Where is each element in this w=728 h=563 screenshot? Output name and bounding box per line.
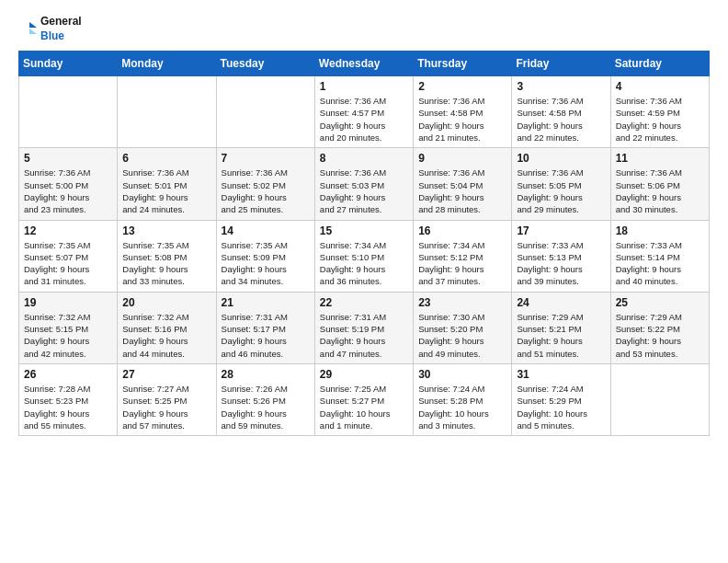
day-info: Sunrise: 7:35 AM Sunset: 5:07 PM Dayligh… (24, 239, 112, 288)
day-number: 10 (517, 152, 605, 165)
day-number: 27 (122, 368, 210, 381)
calendar-cell: 13Sunrise: 7:35 AM Sunset: 5:08 PM Dayli… (118, 220, 216, 292)
day-number: 2 (418, 80, 506, 93)
day-info: Sunrise: 7:36 AM Sunset: 4:57 PM Dayligh… (320, 95, 408, 144)
calendar-cell: 16Sunrise: 7:34 AM Sunset: 5:12 PM Dayli… (414, 220, 512, 292)
day-number: 11 (616, 152, 704, 165)
day-number: 5 (24, 152, 112, 165)
day-info: Sunrise: 7:31 AM Sunset: 5:19 PM Dayligh… (320, 311, 408, 360)
calendar-week-1: 1Sunrise: 7:36 AM Sunset: 4:57 PM Daylig… (19, 76, 710, 148)
day-info: Sunrise: 7:36 AM Sunset: 5:03 PM Dayligh… (320, 167, 408, 215)
day-number: 23 (418, 296, 506, 309)
day-info: Sunrise: 7:36 AM Sunset: 4:59 PM Dayligh… (616, 95, 704, 144)
calendar-cell: 7Sunrise: 7:36 AM Sunset: 5:02 PM Daylig… (216, 148, 314, 220)
day-info: Sunrise: 7:32 AM Sunset: 5:16 PM Dayligh… (122, 311, 210, 360)
day-number: 3 (517, 80, 605, 93)
day-info: Sunrise: 7:36 AM Sunset: 5:05 PM Dayligh… (517, 167, 605, 215)
day-number: 8 (320, 152, 408, 165)
logo-general: General (40, 15, 82, 29)
day-info: Sunrise: 7:34 AM Sunset: 5:10 PM Dayligh… (320, 239, 408, 288)
day-number: 22 (320, 296, 408, 309)
day-info: Sunrise: 7:36 AM Sunset: 5:04 PM Dayligh… (418, 167, 506, 215)
day-info: Sunrise: 7:29 AM Sunset: 5:22 PM Dayligh… (616, 311, 704, 360)
day-number: 17 (517, 224, 605, 237)
calendar-cell: 22Sunrise: 7:31 AM Sunset: 5:19 PM Dayli… (314, 292, 413, 363)
day-info: Sunrise: 7:27 AM Sunset: 5:25 PM Dayligh… (122, 383, 210, 431)
calendar-cell: 26Sunrise: 7:28 AM Sunset: 5:23 PM Dayli… (19, 363, 118, 435)
calendar-cell: 10Sunrise: 7:36 AM Sunset: 5:05 PM Dayli… (512, 148, 610, 220)
day-header-sunday: Sunday (19, 52, 118, 76)
day-number: 15 (320, 224, 408, 237)
calendar-cell: 19Sunrise: 7:32 AM Sunset: 5:15 PM Dayli… (19, 292, 118, 363)
svg-marker-0 (29, 22, 37, 28)
day-info: Sunrise: 7:32 AM Sunset: 5:15 PM Dayligh… (24, 311, 112, 360)
calendar-cell: 17Sunrise: 7:33 AM Sunset: 5:13 PM Dayli… (512, 220, 610, 292)
day-number: 28 (222, 368, 310, 381)
calendar-cell: 8Sunrise: 7:36 AM Sunset: 5:03 PM Daylig… (314, 148, 413, 220)
calendar-cell: 2Sunrise: 7:36 AM Sunset: 4:58 PM Daylig… (414, 76, 512, 148)
day-info: Sunrise: 7:33 AM Sunset: 5:13 PM Dayligh… (517, 239, 605, 288)
calendar-cell: 11Sunrise: 7:36 AM Sunset: 5:06 PM Dayli… (610, 148, 709, 220)
calendar-cell (610, 363, 709, 435)
calendar: SundayMondayTuesdayWednesdayThursdayFrid… (18, 51, 710, 436)
day-header-saturday: Saturday (610, 52, 709, 76)
day-number: 9 (418, 152, 506, 165)
day-info: Sunrise: 7:24 AM Sunset: 5:28 PM Dayligh… (418, 383, 506, 431)
day-number: 21 (222, 296, 310, 309)
day-info: Sunrise: 7:35 AM Sunset: 5:08 PM Dayligh… (122, 239, 210, 288)
calendar-cell: 4Sunrise: 7:36 AM Sunset: 4:59 PM Daylig… (610, 76, 709, 148)
calendar-cell: 14Sunrise: 7:35 AM Sunset: 5:09 PM Dayli… (216, 220, 314, 292)
calendar-cell: 29Sunrise: 7:25 AM Sunset: 5:27 PM Dayli… (314, 363, 413, 435)
calendar-cell (118, 76, 216, 148)
calendar-cell: 18Sunrise: 7:33 AM Sunset: 5:14 PM Dayli… (610, 220, 709, 292)
day-number: 31 (517, 368, 605, 381)
calendar-header-row: SundayMondayTuesdayWednesdayThursdayFrid… (19, 52, 710, 76)
day-info: Sunrise: 7:25 AM Sunset: 5:27 PM Dayligh… (320, 383, 408, 431)
calendar-cell: 9Sunrise: 7:36 AM Sunset: 5:04 PM Daylig… (414, 148, 512, 220)
day-number: 30 (418, 368, 506, 381)
day-info: Sunrise: 7:36 AM Sunset: 4:58 PM Dayligh… (418, 95, 506, 144)
day-info: Sunrise: 7:36 AM Sunset: 5:02 PM Dayligh… (222, 167, 310, 215)
day-info: Sunrise: 7:33 AM Sunset: 5:14 PM Dayligh… (616, 239, 704, 288)
day-number: 14 (222, 224, 310, 237)
day-number: 4 (616, 80, 704, 93)
day-info: Sunrise: 7:36 AM Sunset: 5:01 PM Dayligh… (122, 167, 210, 215)
day-number: 12 (24, 224, 112, 237)
calendar-week-4: 19Sunrise: 7:32 AM Sunset: 5:15 PM Dayli… (19, 292, 710, 363)
logo: General Blue (18, 15, 82, 43)
day-header-thursday: Thursday (414, 52, 512, 76)
day-number: 7 (222, 152, 310, 165)
calendar-cell: 25Sunrise: 7:29 AM Sunset: 5:22 PM Dayli… (610, 292, 709, 363)
calendar-cell: 5Sunrise: 7:36 AM Sunset: 5:00 PM Daylig… (19, 148, 118, 220)
logo-icon (18, 20, 37, 39)
calendar-week-2: 5Sunrise: 7:36 AM Sunset: 5:00 PM Daylig… (19, 148, 710, 220)
day-number: 24 (517, 296, 605, 309)
day-number: 26 (24, 368, 112, 381)
day-info: Sunrise: 7:35 AM Sunset: 5:09 PM Dayligh… (222, 239, 310, 288)
day-number: 29 (320, 368, 408, 381)
calendar-cell: 21Sunrise: 7:31 AM Sunset: 5:17 PM Dayli… (216, 292, 314, 363)
day-number: 13 (122, 224, 210, 237)
calendar-cell: 24Sunrise: 7:29 AM Sunset: 5:21 PM Dayli… (512, 292, 610, 363)
calendar-week-5: 26Sunrise: 7:28 AM Sunset: 5:23 PM Dayli… (19, 363, 710, 435)
day-info: Sunrise: 7:26 AM Sunset: 5:26 PM Dayligh… (222, 383, 310, 431)
day-info: Sunrise: 7:34 AM Sunset: 5:12 PM Dayligh… (418, 239, 506, 288)
day-info: Sunrise: 7:36 AM Sunset: 4:58 PM Dayligh… (517, 95, 605, 144)
calendar-cell: 28Sunrise: 7:26 AM Sunset: 5:26 PM Dayli… (216, 363, 314, 435)
calendar-cell (216, 76, 314, 148)
calendar-cell: 27Sunrise: 7:27 AM Sunset: 5:25 PM Dayli… (118, 363, 216, 435)
day-header-tuesday: Tuesday (216, 52, 314, 76)
calendar-cell (19, 76, 118, 148)
day-info: Sunrise: 7:29 AM Sunset: 5:21 PM Dayligh… (517, 311, 605, 360)
day-number: 1 (320, 80, 408, 93)
day-number: 6 (122, 152, 210, 165)
day-info: Sunrise: 7:31 AM Sunset: 5:17 PM Dayligh… (222, 311, 310, 360)
day-info: Sunrise: 7:36 AM Sunset: 5:06 PM Dayligh… (616, 167, 704, 215)
calendar-cell: 1Sunrise: 7:36 AM Sunset: 4:57 PM Daylig… (314, 76, 413, 148)
calendar-cell: 6Sunrise: 7:36 AM Sunset: 5:01 PM Daylig… (118, 148, 216, 220)
calendar-cell: 30Sunrise: 7:24 AM Sunset: 5:28 PM Dayli… (414, 363, 512, 435)
day-header-monday: Monday (118, 52, 216, 76)
calendar-week-3: 12Sunrise: 7:35 AM Sunset: 5:07 PM Dayli… (19, 220, 710, 292)
calendar-cell: 20Sunrise: 7:32 AM Sunset: 5:16 PM Dayli… (118, 292, 216, 363)
calendar-cell: 15Sunrise: 7:34 AM Sunset: 5:10 PM Dayli… (314, 220, 413, 292)
